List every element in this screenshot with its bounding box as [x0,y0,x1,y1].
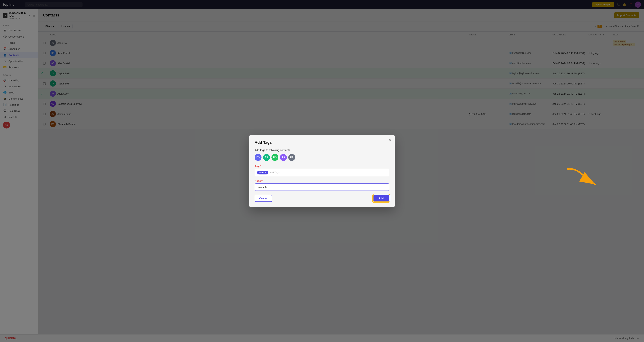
contact-avatar-ds: DS [254,154,262,161]
lead-tag-chip: lead ✕ [257,170,268,171]
contact-avatar-ts: TS [263,154,270,161]
add-tags-modal: Add Tags ✕ Add tags to following contact… [249,135,322,171]
modal-subtitle: Add tags to following contacts [254,148,322,152]
contact-avatar-as: AS [280,154,287,161]
tags-required-star: * [260,165,261,168]
contact-avatars: DS TS MS AS RT [254,154,322,161]
tags-label: Tags* [254,165,322,168]
modal-title: Add Tags [254,140,322,145]
contact-avatar-rt: RT [288,154,295,161]
tags-input-field[interactable]: lead ✕ Add Tags [254,169,322,171]
modal-overlay: Add Tags ✕ Add tags to following contact… [0,0,322,171]
contact-avatar-ms: MS [272,154,278,161]
